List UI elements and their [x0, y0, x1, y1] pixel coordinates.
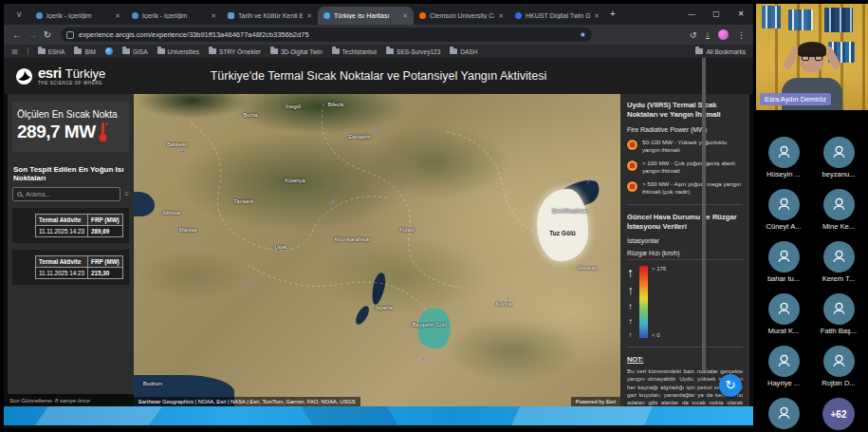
browser-tab-active[interactable]: Türkiye Isı Haritası ✕: [318, 7, 414, 25]
overflow-participants-tile[interactable]: +62: [813, 398, 864, 430]
site-info-icon[interactable]: [66, 31, 74, 39]
wind-station-marker[interactable]: →: [177, 145, 186, 155]
browser-tab[interactable]: HKUST Digital Twin GIS Web M ✕: [509, 7, 605, 25]
bookmark-star-icon[interactable]: ★: [580, 30, 586, 39]
person-avatar-icon: [823, 137, 855, 168]
bookmark-folder[interactable]: SES-Survey123: [386, 48, 440, 55]
browser-tab[interactable]: Clemson University Campus Ba ✕: [414, 7, 509, 25]
tab-title: İçerik - İçeriğim: [46, 12, 111, 19]
forward-icon[interactable]: →: [25, 29, 40, 40]
search-input[interactable]: Arama...: [12, 187, 120, 201]
participant-tile[interactable]: Hüseyin ...: [758, 137, 809, 178]
all-bookmarks[interactable]: All Bookmarks: [695, 48, 746, 55]
close-button[interactable]: ✕: [729, 4, 753, 25]
browser-tab[interactable]: İçerik - İçeriğim ✕: [30, 7, 126, 25]
list-title: Son Tespit Edilen En Yoğun Isı Noktaları: [13, 165, 129, 182]
participant-tile[interactable]: Rojbin D...: [813, 346, 864, 387]
last-update-text: Son Güncelleme: 8 saniye önce: [9, 398, 90, 404]
filter-icon[interactable]: ≡: [124, 190, 129, 198]
tab-close-icon[interactable]: ✕: [594, 12, 600, 20]
participant-tile[interactable]: beyzanu...: [813, 137, 864, 178]
stat-label: Ölçülen En Sıcak Nokta: [17, 109, 124, 120]
downloads-icon[interactable]: ↓: [706, 30, 711, 39]
map-canvas[interactable]: Bursa İnegöl Bilecik Balıkesir Eskişehir…: [134, 94, 620, 406]
participant-name: Mine Ke...: [813, 222, 864, 231]
participant-tile[interactable]: [758, 398, 809, 429]
thermal-record-card[interactable]: Termal Aktivite FRP (MW) 11.11.2025 14:2…: [12, 250, 129, 285]
refresh-button[interactable]: ↻: [719, 374, 742, 397]
bookmark-folder[interactable]: STRY Örnekler: [209, 48, 261, 55]
participant-name-tag: Esra Aydın Demiröz: [760, 93, 831, 105]
participant-tile[interactable]: Fatih Baş...: [813, 293, 864, 335]
bookmark-folder[interactable]: DASH: [450, 48, 477, 55]
participant-tile[interactable]: Hayriye ...: [758, 346, 809, 387]
profile-avatar[interactable]: [718, 29, 729, 40]
globe-icon: [105, 47, 113, 55]
bookmark-folder[interactable]: ESHA: [38, 48, 65, 55]
map-label: İnegöl: [286, 103, 301, 109]
legend-item-text: > 500 MW - Aşırı yoğun, mega yangın ihti…: [642, 180, 743, 196]
maximize-button[interactable]: ▢: [704, 4, 729, 25]
bookmark-folder[interactable]: BIM: [74, 48, 96, 55]
shared-screen: ∨ İçerik - İçeriğim ✕ İçerik - İçeriğim …: [4, 4, 753, 428]
bookmark-folder[interactable]: GISA: [122, 48, 148, 55]
legend-item: > 500 MW - Aşırı yoğun, mega yangın ihti…: [627, 180, 743, 196]
bookmark-folder[interactable]: Universities: [157, 48, 200, 55]
record-frp-value: 215,30: [88, 268, 123, 279]
bookmark-folder[interactable]: 3D-Digital Twin: [270, 48, 323, 55]
brand-tagline: THE SCIENCE OF WHERE: [38, 82, 105, 86]
participant-name: Rojbin D...: [813, 379, 864, 387]
tab-close-icon[interactable]: ✕: [498, 12, 504, 20]
participant-tile[interactable]: Mine Ke...: [813, 189, 864, 231]
person-avatar-icon: [823, 346, 855, 377]
back-icon[interactable]: ←: [9, 29, 25, 40]
bookmark-folder[interactable]: TechIstanbul: [332, 48, 378, 55]
map-label: Bilecik: [328, 102, 344, 107]
new-tab-button[interactable]: +: [605, 7, 620, 22]
participant-tile[interactable]: Cüneyt A...: [758, 189, 809, 231]
reload-icon[interactable]: ↻: [40, 29, 55, 40]
browser-tab[interactable]: İçerik - İçeriğim ✕: [126, 7, 222, 25]
tab-search-icon[interactable]: ∨: [9, 7, 28, 22]
browser-toolbar: ← → ↻ experience.arcgis.com/experience/3…: [4, 25, 753, 45]
tab-close-icon[interactable]: ✕: [211, 12, 216, 20]
dashboard: esriTürkiye THE SCIENCE OF WHERE Türkiye…: [4, 58, 753, 406]
tab-close-icon[interactable]: ✕: [115, 12, 120, 20]
featured-video-tile[interactable]: Esra Aydın Demiröz: [756, 4, 868, 110]
thermal-record-card[interactable]: Termal Aktivite FRP (MW) 11.11.2025 14:2…: [12, 208, 129, 243]
page-scrollbar[interactable]: [702, 58, 706, 370]
divider: [627, 347, 743, 347]
record-col-header: Termal Aktivite: [36, 256, 88, 268]
divider: [627, 204, 743, 205]
apps-grid-icon[interactable]: ⊞: [11, 47, 18, 56]
participant-tile[interactable]: Murat K...: [758, 293, 809, 335]
menu-kebab-icon[interactable]: ⋮: [737, 30, 746, 40]
tab-title: İçerik - İçeriğim: [142, 12, 207, 19]
person-avatar-icon: [768, 346, 800, 377]
wind-max-label: > 176: [652, 266, 666, 272]
address-bar[interactable]: experience.arcgis.com/experience/33b91ff…: [61, 28, 592, 42]
participant-tile[interactable]: bahar tu...: [758, 241, 809, 283]
overflow-count-badge: +62: [822, 398, 855, 430]
tab-close-icon[interactable]: ✕: [306, 12, 312, 20]
folder-icon: [450, 48, 457, 54]
bookmark-site[interactable]: [105, 47, 113, 55]
participant-name: Hayriye ...: [758, 379, 809, 387]
dashboard-header: esriTürkiye THE SCIENCE OF WHERE Türkiye…: [4, 58, 753, 94]
participant-name: Cüneyt A...: [758, 222, 809, 231]
minimize-button[interactable]: —: [679, 4, 704, 25]
bookmark-label: BIM: [84, 48, 96, 55]
map-label-tuz-golu: Tuz Gölü: [549, 230, 575, 236]
bookmarks-bar: ⊞ ESHA BIM GISA Universities STRY Örnekl…: [4, 45, 753, 58]
record-date: 11.11.2025 14:23: [36, 268, 88, 279]
extension-icon[interactable]: ↺: [690, 30, 697, 40]
wind-station-marker[interactable]: →: [243, 279, 253, 290]
tab-close-icon[interactable]: ✕: [402, 12, 408, 20]
tab-favicon: [132, 12, 139, 19]
participant-tile[interactable]: Kerem T...: [813, 241, 864, 283]
esri-logo: esriTürkiye THE SCIENCE OF WHERE: [15, 66, 105, 86]
map-label: Tavşanlı: [233, 198, 253, 204]
browser-tab[interactable]: Tarih ve Kültür Kenti Edirne ✕: [222, 7, 318, 25]
map-label: Isparta: [376, 305, 393, 310]
legend-panel: Uydu (VIIRS) Termal Sıcak Noktaları ve Y…: [620, 94, 749, 406]
